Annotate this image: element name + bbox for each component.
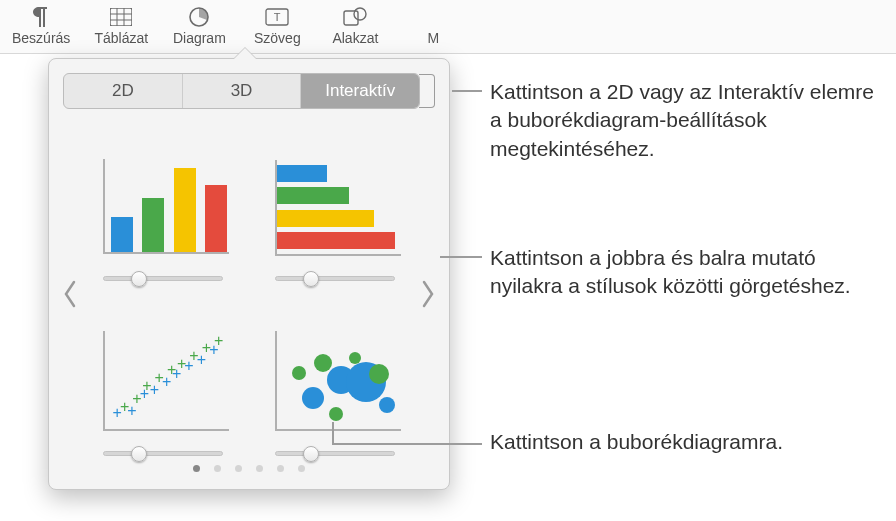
toolbar: Beszúrás Táblázat Diagram T Szöveg Alakz… bbox=[0, 0, 896, 54]
toolbar-label: Szöveg bbox=[254, 30, 301, 46]
toolbar-insert[interactable]: Beszúrás bbox=[12, 6, 70, 46]
svg-rect-0 bbox=[110, 8, 132, 26]
next-arrow[interactable] bbox=[419, 279, 437, 309]
toolbar-text[interactable]: T Szöveg bbox=[250, 6, 304, 46]
toolbar-table[interactable]: Táblázat bbox=[94, 6, 148, 46]
callout-text: Kattintson a 2D vagy az Interaktív elemr… bbox=[490, 78, 890, 163]
dot[interactable] bbox=[193, 465, 200, 472]
toolbar-label: M bbox=[428, 30, 440, 46]
toolbar-label: Alakzat bbox=[332, 30, 378, 46]
callout-line bbox=[452, 90, 482, 92]
toolbar-label: Táblázat bbox=[95, 30, 149, 46]
text-icon: T bbox=[264, 6, 290, 28]
dot[interactable] bbox=[214, 465, 221, 472]
callout-text: Kattintson a jobbra és balra mutató nyil… bbox=[490, 244, 890, 301]
dot[interactable] bbox=[256, 465, 263, 472]
callout-bracket bbox=[419, 74, 435, 108]
dot[interactable] bbox=[235, 465, 242, 472]
callout-line bbox=[332, 443, 482, 445]
tab-2d[interactable]: 2D bbox=[64, 74, 183, 108]
toolbar-label: Diagram bbox=[173, 30, 226, 46]
svg-text:T: T bbox=[274, 11, 281, 23]
callout-line bbox=[440, 256, 482, 258]
callout-text: Kattintson a buborékdiagramra. bbox=[490, 428, 783, 456]
page-dots[interactable] bbox=[63, 465, 435, 472]
chart-style-scatter[interactable]: + + + + + + + + + + + + + + + bbox=[87, 304, 239, 459]
chart-styles-area: + + + + + + + + + + + + + + + bbox=[63, 129, 435, 459]
toolbar-shape[interactable]: Alakzat bbox=[328, 6, 382, 46]
dot[interactable] bbox=[298, 465, 305, 472]
toolbar-label: Beszúrás bbox=[12, 30, 70, 46]
svg-point-9 bbox=[354, 8, 366, 20]
chart-type-segmented: 2D 3D Interaktív bbox=[63, 73, 420, 109]
chart-popover: 2D 3D Interaktív bbox=[48, 58, 450, 490]
toolbar-chart[interactable]: Diagram bbox=[172, 6, 226, 46]
shape-icon bbox=[342, 6, 368, 28]
tab-3d[interactable]: 3D bbox=[183, 74, 302, 108]
pie-icon bbox=[186, 6, 212, 28]
dot[interactable] bbox=[277, 465, 284, 472]
chart-style-column[interactable] bbox=[87, 129, 239, 284]
slider[interactable] bbox=[103, 447, 223, 459]
more-icon bbox=[420, 6, 446, 28]
tab-interactive[interactable]: Interaktív bbox=[301, 74, 419, 108]
slider[interactable] bbox=[275, 447, 395, 459]
chart-style-bar[interactable] bbox=[259, 129, 411, 284]
slider[interactable] bbox=[275, 272, 395, 284]
callout-line bbox=[332, 422, 334, 443]
toolbar-more[interactable]: M bbox=[406, 6, 460, 46]
table-icon bbox=[108, 6, 134, 28]
slider[interactable] bbox=[103, 272, 223, 284]
prev-arrow[interactable] bbox=[61, 279, 79, 309]
chart-style-bubble[interactable] bbox=[259, 304, 411, 459]
paragraph-icon bbox=[28, 6, 54, 28]
